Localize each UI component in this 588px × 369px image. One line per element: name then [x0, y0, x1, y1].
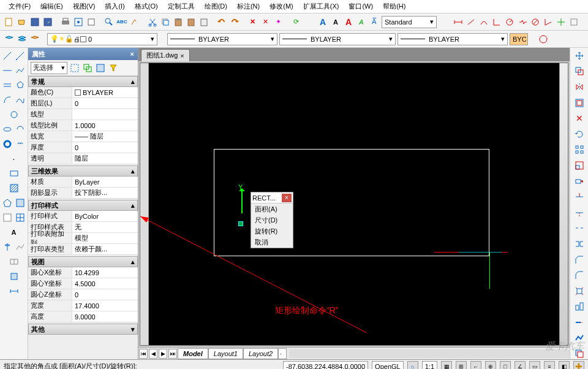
linetype-select[interactable]: BYLAYER▾ — [167, 33, 277, 45]
snap-icon[interactable]: ▦ — [441, 361, 452, 370]
menu-item[interactable]: 窗口(W) — [345, 1, 377, 12]
polar-icon[interactable]: ⊕ — [485, 361, 496, 370]
boundary-icon[interactable] — [15, 197, 26, 208]
saveas-icon[interactable] — [42, 17, 53, 28]
prop-cx[interactable]: 10.4299 — [72, 267, 138, 278]
dim-arc-icon[interactable] — [478, 17, 489, 28]
layer-prev-icon[interactable] — [17, 34, 28, 45]
dim-aligned-icon[interactable] — [466, 17, 477, 28]
region-icon[interactable] — [2, 197, 13, 208]
dim-dia-icon[interactable] — [530, 17, 541, 28]
clipboard-icon[interactable] — [198, 17, 209, 28]
circle-icon[interactable] — [538, 34, 549, 45]
popup-item-dim[interactable]: 尺寸(D) — [251, 215, 293, 226]
layer-mgr-icon[interactable] — [4, 34, 15, 45]
menu-item[interactable]: 格式(O) — [131, 1, 162, 12]
tab-first-icon[interactable]: ⏮ — [139, 349, 148, 359]
preview-icon[interactable] — [73, 17, 84, 28]
prop-trans[interactable]: 随层 — [72, 153, 138, 164]
pickset-icon[interactable] — [82, 63, 93, 74]
menu-item[interactable]: 视图(V) — [69, 1, 99, 12]
group-other[interactable]: 其他▾ — [28, 324, 138, 335]
dim-center-icon[interactable] — [556, 17, 567, 28]
insert-icon[interactable] — [9, 271, 20, 282]
revcloud-icon[interactable] — [15, 139, 26, 150]
prop-cz[interactable]: 0 — [72, 289, 138, 300]
prop-shadow[interactable]: 投下阴影... — [72, 188, 138, 198]
dim-icon[interactable] — [9, 286, 20, 297]
ortho-icon[interactable]: ⌐ — [470, 361, 481, 370]
tab-prev-icon[interactable]: ◀ — [149, 349, 157, 359]
menu-item[interactable]: 定制工具 — [164, 1, 198, 12]
render-mode[interactable]: OpenGL — [372, 361, 404, 370]
scrollbar-vertical[interactable] — [559, 63, 568, 345]
text-style-icon[interactable]: A — [330, 17, 341, 28]
quickselect-icon[interactable] — [69, 63, 80, 74]
popup-close-icon[interactable]: × — [282, 194, 292, 202]
wipeout-icon[interactable] — [2, 212, 13, 223]
explode-icon[interactable] — [573, 286, 586, 297]
group-general[interactable]: 常规▴ — [28, 76, 138, 87]
menu-item[interactable]: 帮助(H) — [379, 1, 409, 12]
3dpoly-icon[interactable] — [15, 242, 26, 253]
prop-layer[interactable]: 0 — [72, 98, 138, 108]
group-3d[interactable]: 三维效果▴ — [28, 165, 138, 177]
toggle-icon[interactable] — [95, 63, 106, 74]
copy-icon[interactable] — [160, 17, 171, 28]
textstyle-select[interactable]: Standard▾ — [382, 16, 437, 28]
lineweight-select[interactable]: BYLAYER▾ — [279, 33, 396, 45]
text-a3-icon[interactable]: A — [356, 17, 367, 28]
array-icon[interactable] — [573, 145, 586, 156]
undo-icon[interactable] — [216, 17, 227, 28]
rotate-icon[interactable] — [573, 129, 586, 140]
menu-item[interactable]: 标注(N) — [233, 1, 263, 12]
dyn-icon[interactable]: ▭ — [529, 361, 540, 370]
xline-icon[interactable] — [2, 65, 13, 76]
prop-pstyle[interactable]: ByColor — [72, 211, 138, 221]
copy2-icon[interactable] — [573, 66, 586, 77]
layout-tab-add[interactable]: · — [278, 348, 287, 359]
paste-icon[interactable] — [173, 17, 184, 28]
paste-special-icon[interactable] — [186, 17, 197, 28]
panel-close-icon[interactable]: × — [130, 50, 134, 58]
erase2-icon[interactable]: ✕ — [260, 17, 271, 28]
text-a2-icon[interactable]: A — [343, 17, 354, 28]
scale-display[interactable]: 1:1 — [422, 361, 437, 370]
grip-point[interactable] — [238, 221, 243, 226]
canvas[interactable]: Y RECT...× 面积(A) 尺寸(D) 旋转(R) 取消 矩形绘制命令“R… — [140, 63, 568, 346]
tab-next-icon[interactable]: ▶ — [159, 349, 167, 359]
mtext-icon[interactable]: A — [9, 227, 20, 238]
prop-w[interactable]: 17.4000 — [72, 300, 138, 311]
scale-icon[interactable] — [573, 160, 586, 171]
menu-item[interactable]: 绘图(D) — [201, 1, 231, 12]
spline-icon[interactable] — [15, 94, 26, 105]
menu-item[interactable]: 文件(F) — [5, 1, 34, 12]
dim-ord-icon[interactable] — [491, 17, 502, 28]
mirror-icon[interactable] — [573, 82, 586, 93]
move-icon[interactable] — [573, 50, 586, 61]
prop-ptype[interactable]: 依赖于颜... — [72, 244, 138, 254]
stretch-icon[interactable] — [573, 176, 586, 187]
prop-cy[interactable]: 4.5000 — [72, 278, 138, 289]
menu-item[interactable]: 插入(I) — [101, 1, 128, 12]
block-icon[interactable] — [9, 256, 20, 267]
prop-pattach[interactable]: 模型 — [72, 233, 138, 243]
ray-icon[interactable] — [15, 50, 26, 61]
spell-icon[interactable]: ABC — [116, 17, 127, 28]
linetype2-select[interactable]: BYLAYER▾ — [398, 33, 508, 45]
mline-icon[interactable] — [2, 80, 13, 91]
grid-icon[interactable]: ⊞ — [456, 361, 467, 370]
group-print[interactable]: 打印样式▴ — [28, 200, 138, 211]
redo-icon[interactable] — [229, 17, 240, 28]
dim-radius-icon[interactable] — [504, 17, 515, 28]
refresh-icon[interactable]: ✦ — [273, 17, 284, 28]
anno-icon[interactable]: ⏢ — [407, 361, 418, 370]
popup-item-area[interactable]: 面积(A) — [251, 204, 293, 215]
table-icon[interactable] — [15, 212, 26, 223]
layout-tab-2[interactable]: Layout2 — [243, 348, 278, 359]
new-icon[interactable] — [4, 17, 15, 28]
prop-color[interactable]: BYLAYER — [72, 87, 138, 97]
layout-tab-1[interactable]: Layout1 — [208, 348, 243, 359]
pline-icon[interactable] — [15, 65, 26, 76]
extend-icon[interactable] — [573, 207, 586, 218]
